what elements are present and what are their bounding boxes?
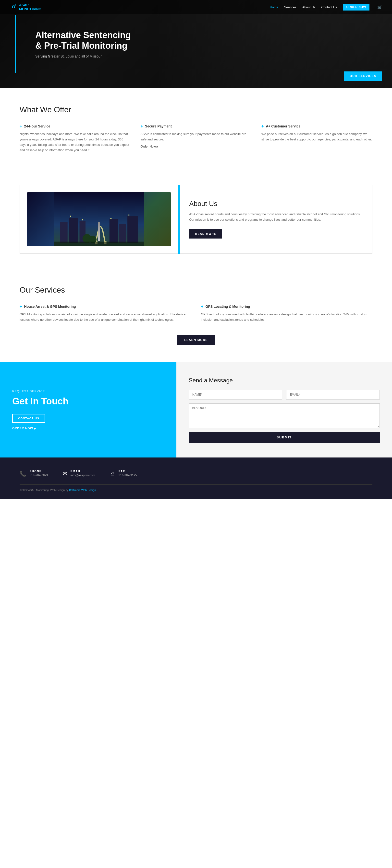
footer-fax: 🖨 FAX 314-387-9195 xyxy=(110,470,137,477)
contact-form-name-email-row xyxy=(189,390,380,400)
hero-title: Alternative Sentencing & Pre-Trial Monit… xyxy=(35,30,131,51)
about-text-box: About Us ASAP has served courts and coun… xyxy=(180,185,372,254)
service-item-2-title: GPS Locating & Monitoring xyxy=(205,305,250,309)
hero-content: Alternative Sentencing & Pre-Trial Monit… xyxy=(15,15,150,73)
contact-title: Get In Touch xyxy=(12,396,164,407)
nav-link-about[interactable]: About Us xyxy=(302,5,315,9)
footer-phone-value: 314-709-7899 xyxy=(30,474,48,477)
offer-item-1-title: 24-Hour Service xyxy=(24,124,51,128)
footer-contact-info: 📞 PHONE 314-709-7899 ✉ EMAIL info@asapmo… xyxy=(20,470,372,477)
logo[interactable]: A (( ASAP MONITORING xyxy=(10,3,41,11)
offer-item-1: + 24-Hour Service Nights, weekends, holi… xyxy=(20,124,131,153)
about-title: About Us xyxy=(189,200,363,208)
our-services-button[interactable]: OUR SERVICES xyxy=(344,71,382,81)
hero-subtitle: Serving Greater St. Louis and all of Mis… xyxy=(35,54,131,58)
svg-point-14 xyxy=(82,219,83,220)
plus-icon-2: + xyxy=(140,124,143,128)
service-item-1-text: GPS Monitoring solutions consist of a un… xyxy=(20,312,191,322)
offer-item-2: + Secure Payment ASAP is committed to ma… xyxy=(140,124,251,153)
service-item-2-text: GPS technology combined with built-in ce… xyxy=(201,312,372,322)
services-section: Our Services + House Arrest & GPS Monito… xyxy=(0,268,392,362)
order-now-white-link[interactable]: ORDER NOW xyxy=(12,427,164,430)
contact-right: Send a Message SUBMIT xyxy=(176,362,392,458)
offer-item-3: + A+ Customer Service We pride ourselves… xyxy=(261,124,372,153)
send-message-title: Send a Message xyxy=(189,377,380,384)
svg-point-16 xyxy=(129,215,130,216)
svg-rect-4 xyxy=(69,218,78,243)
about-content: About Us ASAP has served courts and coun… xyxy=(178,185,372,254)
navigation: A (( ASAP MONITORING Home Services About… xyxy=(0,0,392,14)
phone-icon: 📞 xyxy=(20,471,26,477)
nav-links: Home Services About Us Contact Us Order … xyxy=(270,4,382,10)
svg-point-15 xyxy=(110,218,111,219)
svg-text:((: (( xyxy=(15,4,16,6)
logo-text: ASAP MONITORING xyxy=(19,3,41,11)
name-input[interactable] xyxy=(189,390,282,400)
footer-copyright: ©2022 ASAP Monitoring. Web Design by xyxy=(20,489,68,492)
footer-fax-value: 314-387-9195 xyxy=(119,474,137,477)
contact-section: Request Service Get In Touch CONTACT US … xyxy=(0,362,392,458)
services-title: Our Services xyxy=(20,285,372,294)
nav-link-home[interactable]: Home xyxy=(270,5,278,9)
contact-label: Request Service xyxy=(12,390,164,393)
service-item-2-header: + GPS Locating & Monitoring xyxy=(201,304,372,309)
offer-item-2-header: + Secure Payment xyxy=(140,124,251,128)
plus-icon-3: + xyxy=(261,124,264,128)
svg-rect-3 xyxy=(60,222,67,243)
about-image-container xyxy=(20,185,178,254)
footer-fax-label: FAX xyxy=(119,470,137,473)
offer-item-1-header: + 24-Hour Service xyxy=(20,124,131,128)
about-blue-bar xyxy=(178,185,180,254)
offer-item-3-header: + A+ Customer Service xyxy=(261,124,372,128)
about-section: About Us ASAP has served courts and coun… xyxy=(0,170,392,268)
service-item-1: + House Arrest & GPS Monitoring GPS Moni… xyxy=(20,304,191,322)
svg-point-13 xyxy=(70,216,71,217)
fax-icon: 🖨 xyxy=(110,471,115,477)
footer-email: ✉ EMAIL info@asapmo.com xyxy=(63,470,95,477)
footer-bottom: ©2022 ASAP Monitoring. Web Design by Bal… xyxy=(20,485,372,492)
learn-more-button[interactable]: LEARN MORE xyxy=(177,335,215,345)
offer-grid: + 24-Hour Service Nights, weekends, holi… xyxy=(20,124,372,153)
service-item-1-title: House Arrest & GPS Monitoring xyxy=(24,305,76,309)
footer-phone: 📞 PHONE 314-709-7899 xyxy=(20,470,48,477)
offer-section: What We Offer + 24-Hour Service Nights, … xyxy=(0,88,392,170)
offer-item-3-title: A+ Customer Service xyxy=(266,124,300,128)
plus-icon-service-1: + xyxy=(20,304,22,309)
svg-rect-10 xyxy=(128,216,138,243)
offer-item-2-title: Secure Payment xyxy=(145,124,172,128)
plus-icon-1: + xyxy=(20,124,22,128)
offer-item-1-text: Nights, weekends, holidays and more. We … xyxy=(20,131,131,153)
offer-item-2-text: ASAP is committed to making sure your pa… xyxy=(140,131,251,142)
footer: 📞 PHONE 314-709-7899 ✉ EMAIL info@asapmo… xyxy=(0,458,392,499)
cart-icon[interactable]: 🛒 xyxy=(377,5,382,9)
footer-phone-label: PHONE xyxy=(30,470,48,473)
about-city-image xyxy=(27,192,171,246)
plus-icon-service-2: + xyxy=(201,304,204,309)
nav-link-contact[interactable]: Contact Us xyxy=(321,5,337,9)
services-grid: + House Arrest & GPS Monitoring GPS Moni… xyxy=(20,304,372,322)
footer-email-label: EMAIL xyxy=(71,470,95,473)
offer-title: What We Offer xyxy=(20,105,372,114)
submit-button[interactable]: SUBMIT xyxy=(189,432,380,443)
svg-rect-8 xyxy=(110,219,118,243)
contact-us-button[interactable]: CONTACT US xyxy=(12,414,45,423)
email-input[interactable] xyxy=(286,390,380,400)
footer-email-value: info@asapmo.com xyxy=(71,474,95,477)
footer-web-design-link[interactable]: Baltimore Web Design xyxy=(69,489,96,492)
nav-link-services[interactable]: Services xyxy=(284,5,297,9)
service-item-2: + GPS Locating & Monitoring GPS technolo… xyxy=(201,304,372,322)
about-text: ASAP has served courts and counties by p… xyxy=(189,212,363,222)
contact-left: Request Service Get In Touch CONTACT US … xyxy=(0,362,176,458)
svg-rect-17 xyxy=(54,242,144,246)
email-icon: ✉ xyxy=(63,471,67,477)
offer-item-3-text: We pride ourselves on our customer servi… xyxy=(261,131,372,142)
read-more-button[interactable]: READ MORE xyxy=(189,229,222,239)
order-now-button[interactable]: Order Now xyxy=(343,4,370,10)
svg-rect-9 xyxy=(119,224,126,243)
service-item-1-header: + House Arrest & GPS Monitoring xyxy=(20,304,191,309)
message-textarea[interactable] xyxy=(189,403,380,428)
order-now-link[interactable]: Order Now xyxy=(140,145,159,148)
logo-icon: A (( xyxy=(10,3,17,11)
